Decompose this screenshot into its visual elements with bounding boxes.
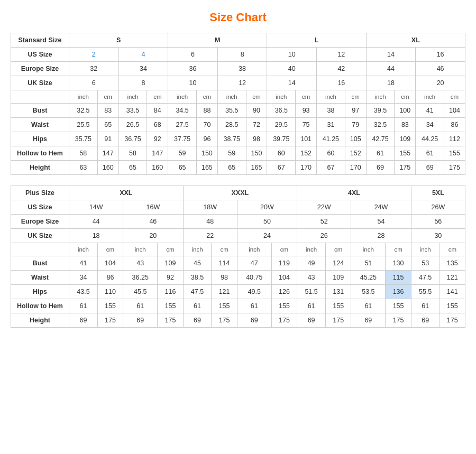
std-bust-0: 32.5 (69, 104, 98, 118)
plus-height-2: 69 (123, 313, 158, 328)
plus-unit-inch-3: inch (183, 243, 212, 256)
std-bust-6: 35.5 (217, 104, 246, 118)
plus-waist-6: 40.75 (237, 271, 271, 285)
std-waist-14: 34 (416, 118, 444, 132)
std-waist-3: 68 (147, 118, 168, 132)
std-height-11: 170 (345, 161, 366, 175)
std-hips-4: 37.75 (168, 132, 197, 146)
std-unit-cm-7: cm (395, 90, 416, 104)
plus-hollow-12: 61 (411, 299, 440, 313)
us-size-10: 10 (267, 48, 317, 62)
std-hips-11: 105 (345, 132, 366, 146)
std-hollow-11: 152 (345, 146, 366, 161)
plus-height-5: 175 (212, 313, 237, 328)
plus-hips-3: 116 (158, 285, 183, 299)
std-unit-cm-3: cm (196, 90, 217, 104)
std-unit-inch-3: inch (168, 90, 197, 104)
plus-height-6: 69 (237, 313, 271, 328)
plus-unit-cm-4: cm (271, 243, 297, 256)
std-unit-inch-1: inch (69, 90, 98, 104)
us-size-6: 6 (168, 48, 218, 62)
std-height-13: 175 (395, 161, 416, 175)
plus-col-xxl: XXL (69, 186, 184, 200)
plus-hips-1: 110 (97, 285, 123, 299)
std-waist-1: 65 (97, 118, 118, 132)
plus-uk-size-label: UK Size (11, 229, 69, 243)
std-height-12: 69 (366, 161, 395, 175)
std-bust-11: 97 (345, 104, 366, 118)
std-hollow-2: 58 (118, 146, 147, 161)
std-waist-15: 86 (444, 118, 465, 132)
plus-uk-18: 18 (69, 229, 123, 243)
std-hollow-label: Hollow to Hem (11, 146, 69, 161)
plus-height-1: 175 (97, 313, 123, 328)
std-bust-5: 88 (196, 104, 217, 118)
uk-size-18: 18 (366, 76, 416, 90)
standard-col-s: S (69, 33, 168, 48)
std-unit-inch-4: inch (217, 90, 246, 104)
us-size-16: 16 (416, 48, 465, 62)
plus-waist-0: 34 (69, 271, 98, 285)
std-waist-label: Waist (11, 118, 69, 132)
plus-hips-0: 43.5 (69, 285, 98, 299)
plus-eu-50: 50 (237, 215, 297, 229)
plus-hips-9: 131 (326, 285, 351, 299)
plus-waist-4: 38.5 (183, 271, 212, 285)
std-unit-cm-6: cm (345, 90, 366, 104)
eu-size-38: 38 (217, 62, 267, 76)
plus-bust-12: 53 (411, 256, 440, 271)
plus-bust-0: 41 (69, 256, 98, 271)
plus-hollow-7: 155 (271, 299, 297, 313)
plus-us-22w: 22W (297, 200, 351, 215)
std-unit-inch-7: inch (366, 90, 395, 104)
std-waist-6: 28.5 (217, 118, 246, 132)
eu-size-40: 40 (267, 62, 317, 76)
plus-eu-44: 44 (69, 215, 123, 229)
plus-unit-inch-4: inch (237, 243, 271, 256)
plus-height-13: 175 (440, 313, 465, 328)
std-hips-10: 41.25 (317, 132, 345, 146)
std-height-8: 67 (267, 161, 296, 175)
std-hips-8: 39.75 (267, 132, 296, 146)
std-hips-7: 98 (246, 132, 267, 146)
plus-eu-56: 56 (411, 215, 465, 229)
plus-waist-10: 45.25 (351, 271, 386, 285)
std-height-0: 63 (69, 161, 98, 175)
std-bust-8: 36.5 (267, 104, 296, 118)
plus-us-size-label: US Size (11, 200, 69, 215)
plus-unit-cm-6: cm (386, 243, 411, 256)
us-size-4: 4 (118, 48, 168, 62)
plus-unit-inch-6: inch (351, 243, 386, 256)
eu-size-36: 36 (168, 62, 218, 76)
us-size-14: 14 (366, 48, 416, 62)
plus-waist-2: 36.25 (123, 271, 158, 285)
std-bust-12: 39.5 (366, 104, 395, 118)
eu-size-34: 34 (118, 62, 168, 76)
plus-eu-46: 46 (123, 215, 183, 229)
plus-waist-7: 104 (271, 271, 297, 285)
plus-hollow-13: 155 (440, 299, 465, 313)
plus-europe-size-label: Europe Size (11, 215, 69, 229)
std-hollow-8: 60 (267, 146, 296, 161)
plus-unit-cm-3: cm (212, 243, 237, 256)
plus-bust-1: 104 (97, 256, 123, 271)
std-waist-13: 83 (395, 118, 416, 132)
plus-hips-label: Hips (11, 285, 69, 299)
plus-bust-4: 45 (183, 256, 212, 271)
plus-height-11: 175 (386, 313, 411, 328)
plus-uk-24: 24 (237, 229, 297, 243)
std-waist-5: 70 (196, 118, 217, 132)
plus-waist-3: 92 (158, 271, 183, 285)
plus-hips-11: 136 (386, 285, 411, 299)
eu-size-46: 46 (416, 62, 465, 76)
uk-size-16: 16 (317, 76, 367, 90)
plus-col-5xl: 5XL (411, 186, 465, 200)
plus-height-4: 69 (183, 313, 212, 328)
std-height-7: 165 (246, 161, 267, 175)
plus-hollow-11: 155 (386, 299, 411, 313)
plus-bust-label: Bust (11, 256, 69, 271)
std-bust-4: 34.5 (168, 104, 197, 118)
std-hips-0: 35.75 (69, 132, 98, 146)
std-hips-12: 42.75 (366, 132, 395, 146)
plus-eu-48: 48 (183, 215, 237, 229)
